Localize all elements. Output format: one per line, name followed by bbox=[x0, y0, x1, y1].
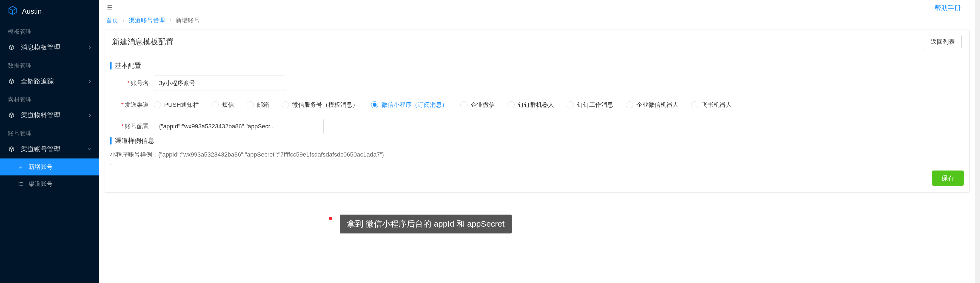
menu-group-label: 素材管理 bbox=[0, 90, 99, 106]
breadcrumb-mgmt[interactable]: 渠道账号管理 bbox=[129, 17, 165, 24]
cube-icon bbox=[8, 44, 15, 51]
submenu-label: 新增账号 bbox=[29, 163, 52, 171]
menu-label-text: 全链路追踪 bbox=[21, 77, 83, 86]
channel-radio[interactable]: PUSH通知栏 bbox=[154, 101, 199, 109]
channel-radio[interactable]: 邮箱 bbox=[247, 101, 269, 109]
channel-radio[interactable]: 微信小程序（订阅消息） bbox=[371, 101, 448, 109]
menu-label-text: 渠道账号管理 bbox=[21, 145, 83, 153]
collapse-sidebar-icon[interactable] bbox=[106, 4, 113, 13]
channel-radio[interactable]: 钉钉工作消息 bbox=[567, 101, 613, 109]
breadcrumb-sep: / bbox=[123, 17, 124, 24]
app-name: Austin bbox=[22, 7, 41, 16]
form-panel: 新建消息模板配置 返回列表 基本配置 *账号名 *发送渠道 PUSH通知栏短信邮… bbox=[104, 30, 970, 193]
breadcrumb-sep: / bbox=[170, 17, 171, 24]
radio-dot-icon bbox=[626, 101, 633, 108]
sidebar-item-material[interactable]: 渠道物料管理 › bbox=[0, 106, 99, 125]
channel-radio[interactable]: 企业微信 bbox=[460, 101, 495, 109]
radio-label: 微信小程序（订阅消息） bbox=[382, 101, 448, 109]
radio-dot-icon bbox=[247, 101, 254, 108]
radio-label: 钉钉工作消息 bbox=[577, 101, 613, 109]
channel-radio[interactable]: 钉钉群机器人 bbox=[508, 101, 554, 109]
radio-dot-icon bbox=[460, 101, 468, 108]
page-title: 新建消息模板配置 bbox=[112, 37, 173, 47]
radio-label: 企业微信 bbox=[471, 101, 495, 109]
panel-header: 新建消息模板配置 返回列表 bbox=[104, 30, 969, 54]
sidebar-item-message-template[interactable]: 消息模板管理 › bbox=[0, 38, 99, 57]
radio-dot-icon bbox=[282, 101, 289, 108]
topbar: 帮助手册 bbox=[99, 0, 975, 16]
svg-point-5 bbox=[19, 185, 19, 186]
channel-radio[interactable]: 企业微信机器人 bbox=[626, 101, 679, 109]
radio-label: 微信服务号（模板消息） bbox=[292, 101, 358, 109]
section-sample-title: 渠道样例信息 bbox=[110, 136, 964, 145]
plus-icon: ＋ bbox=[18, 163, 24, 171]
menu-group-label: 账号管理 bbox=[0, 125, 99, 140]
config-label: *账号配置 bbox=[110, 122, 154, 131]
channel-label: *发送渠道 bbox=[110, 101, 154, 109]
radio-dot-icon bbox=[371, 101, 378, 108]
main-content: 帮助手册 首页 / 渠道账号管理 / 新增账号 新建消息模板配置 返回列表 基本… bbox=[99, 0, 975, 283]
radio-dot-icon bbox=[212, 101, 219, 108]
menu-label-text: 渠道物料管理 bbox=[21, 111, 83, 120]
radio-dot-icon bbox=[154, 101, 161, 108]
radio-label: 短信 bbox=[222, 101, 234, 109]
sample-text: 小程序账号样例：{"appId":"wx993a5323432ba86","ap… bbox=[110, 150, 964, 159]
radio-label: 企业微信机器人 bbox=[636, 101, 679, 109]
sidebar-item-trace[interactable]: 全链路追踪 › bbox=[0, 72, 99, 90]
cube-icon bbox=[8, 112, 15, 119]
cube-icon bbox=[8, 78, 15, 85]
breadcrumb-home[interactable]: 首页 bbox=[106, 17, 118, 24]
save-button[interactable]: 保存 bbox=[932, 171, 964, 186]
logo-icon bbox=[8, 5, 18, 17]
channel-radio[interactable]: 微信服务号（模板消息） bbox=[282, 101, 358, 109]
sidebar-item-channel-account[interactable]: 渠道账号管理 › bbox=[0, 140, 99, 158]
radio-dot-icon bbox=[567, 101, 574, 108]
channel-radio[interactable]: 短信 bbox=[212, 101, 234, 109]
sidebar: Austin 模板管理 消息模板管理 › 数据管理 全链路追踪 › 素材管理 渠… bbox=[0, 0, 99, 283]
chevron-right-icon: › bbox=[89, 44, 91, 51]
scrollbar-gutter[interactable] bbox=[975, 0, 980, 283]
svg-point-4 bbox=[19, 183, 19, 184]
radio-label: PUSH通知栏 bbox=[164, 101, 199, 109]
sidebar-subitem-add-account[interactable]: ＋ 新增账号 bbox=[0, 158, 99, 175]
dash-text: - bbox=[110, 161, 964, 167]
menu-label-text: 消息模板管理 bbox=[21, 43, 83, 52]
help-link[interactable]: 帮助手册 bbox=[934, 4, 967, 13]
back-button[interactable]: 返回列表 bbox=[924, 35, 962, 49]
list-icon bbox=[18, 181, 24, 187]
radio-label: 飞书机器人 bbox=[702, 101, 732, 109]
radio-label: 邮箱 bbox=[257, 101, 269, 109]
breadcrumb-current: 新增账号 bbox=[176, 17, 200, 24]
cube-icon bbox=[8, 146, 15, 152]
chevron-right-icon: › bbox=[89, 111, 91, 119]
annotation-tooltip: 拿到 微信小程序后台的 appId 和 appSecret bbox=[340, 215, 512, 234]
menu-group-label: 数据管理 bbox=[0, 57, 99, 72]
sidebar-subitem-channel-account[interactable]: 渠道账号 bbox=[0, 175, 99, 193]
channel-radio-group: PUSH通知栏短信邮箱微信服务号（模板消息）微信小程序（订阅消息）企业微信钉钉群… bbox=[154, 101, 732, 109]
config-input[interactable] bbox=[154, 119, 324, 134]
submenu-label: 渠道账号 bbox=[29, 180, 52, 188]
radio-label: 钉钉群机器人 bbox=[518, 101, 554, 109]
section-basic-title: 基本配置 bbox=[110, 61, 964, 70]
svg-point-3 bbox=[19, 182, 19, 183]
chevron-down-icon: › bbox=[86, 148, 94, 150]
breadcrumb: 首页 / 渠道账号管理 / 新增账号 bbox=[99, 16, 975, 30]
chevron-right-icon: › bbox=[89, 77, 91, 85]
radio-dot-icon bbox=[508, 101, 515, 108]
menu-group-label: 模板管理 bbox=[0, 23, 99, 38]
app-logo: Austin bbox=[0, 0, 99, 23]
radio-dot-icon bbox=[691, 101, 698, 108]
account-name-label: *账号名 bbox=[110, 79, 154, 87]
channel-radio[interactable]: 飞书机器人 bbox=[691, 101, 732, 109]
account-name-input[interactable] bbox=[154, 76, 285, 91]
